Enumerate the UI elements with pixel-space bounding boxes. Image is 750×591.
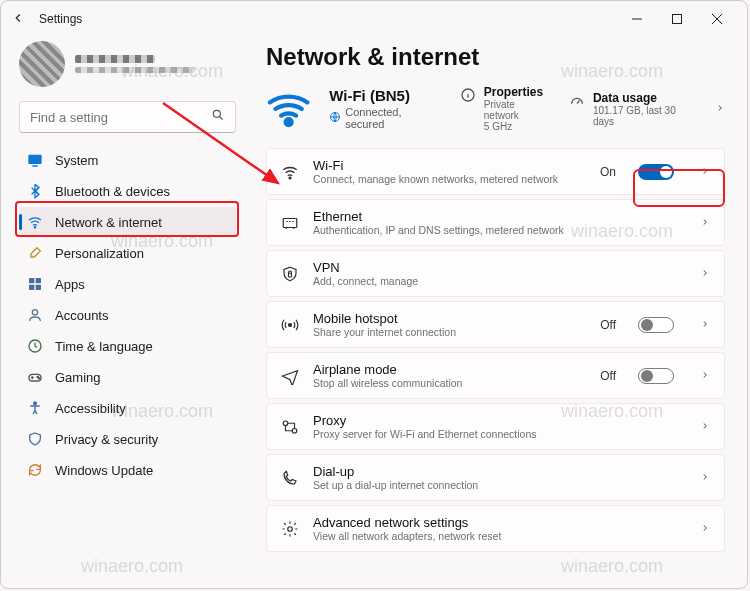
- card-hotspot[interactable]: Mobile hotspot Share your internet conne…: [266, 301, 725, 348]
- info-icon: [460, 87, 476, 103]
- sidebar-item-accessibility[interactable]: Accessibility: [19, 393, 236, 423]
- page-title: Network & internet: [266, 43, 725, 71]
- search-box[interactable]: [19, 101, 236, 133]
- card-title: Wi-Fi: [313, 158, 558, 173]
- account-name-redacted: [75, 55, 195, 73]
- dialup-icon: [281, 469, 299, 487]
- person-icon: [27, 307, 43, 323]
- toggle-state-label: Off: [600, 369, 616, 383]
- card-wifi[interactable]: Wi-Fi Connect, manage known networks, me…: [266, 148, 725, 195]
- window-title: Settings: [39, 12, 82, 26]
- chevron-right-icon: [700, 165, 710, 179]
- chevron-right-icon: [700, 420, 710, 434]
- chevron-right-icon: [700, 369, 710, 383]
- minimize-button[interactable]: [617, 5, 657, 33]
- chevron-right-icon[interactable]: [715, 102, 725, 116]
- svg-rect-5: [36, 278, 41, 283]
- connection-hero: Wi-Fi (BN5) Connected, secured Propertie…: [266, 85, 725, 132]
- shield-icon: [27, 431, 43, 447]
- card-sub: Authentication, IP and DNS settings, met…: [313, 224, 564, 236]
- sidebar-item-label: Windows Update: [55, 463, 153, 478]
- sidebar-item-apps[interactable]: Apps: [19, 269, 236, 299]
- sidebar-item-label: Bluetooth & devices: [55, 184, 170, 199]
- sidebar-item-bluetooth[interactable]: Bluetooth & devices: [19, 176, 236, 206]
- sidebar-item-network[interactable]: Network & internet: [19, 207, 236, 237]
- account-header[interactable]: [19, 41, 236, 87]
- sidebar-item-label: System: [55, 153, 98, 168]
- airplane-icon: [281, 367, 299, 385]
- settings-list: Wi-Fi Connect, manage known networks, me…: [266, 148, 725, 552]
- back-button[interactable]: [11, 11, 25, 28]
- connection-status: Connected, secured: [345, 106, 442, 130]
- card-proxy[interactable]: Proxy Proxy server for Wi-Fi and Etherne…: [266, 403, 725, 450]
- gauge-icon: [569, 93, 585, 109]
- card-ethernet[interactable]: Ethernet Authentication, IP and DNS sett…: [266, 199, 725, 246]
- main-content: Network & internet Wi-Fi (BN5) Connected…: [246, 37, 747, 588]
- svg-rect-7: [36, 285, 41, 290]
- properties-sub: Private network 5 GHz: [484, 99, 551, 132]
- sidebar-item-gaming[interactable]: Gaming: [19, 362, 236, 392]
- card-vpn[interactable]: VPN Add, connect, manage: [266, 250, 725, 297]
- data-usage-title: Data usage: [593, 91, 697, 105]
- card-sub: Set up a dial-up internet connection: [313, 479, 478, 491]
- card-title: Proxy: [313, 413, 537, 428]
- gaming-icon: [27, 369, 43, 385]
- chevron-right-icon: [700, 216, 710, 230]
- wifi-toggle[interactable]: [638, 164, 674, 180]
- card-title: Ethernet: [313, 209, 564, 224]
- data-usage-link[interactable]: Data usage 101.17 GB, last 30 days: [569, 91, 697, 127]
- ssid-label: Wi-Fi (BN5): [329, 87, 442, 104]
- card-title: Mobile hotspot: [313, 311, 456, 326]
- vpn-icon: [281, 265, 299, 283]
- airplane-toggle[interactable]: [638, 368, 674, 384]
- wifi-icon: [27, 214, 43, 230]
- maximize-button[interactable]: [657, 5, 697, 33]
- svg-rect-19: [289, 273, 292, 277]
- settings-icon: [281, 520, 299, 538]
- hotspot-icon: [281, 316, 299, 334]
- sidebar-item-privacy[interactable]: Privacy & security: [19, 424, 236, 454]
- sidebar-item-system[interactable]: System: [19, 145, 236, 175]
- card-sub: Connect, manage known networks, metered …: [313, 173, 558, 185]
- svg-rect-0: [673, 15, 682, 24]
- card-dialup[interactable]: Dial-up Set up a dial-up internet connec…: [266, 454, 725, 501]
- svg-point-12: [38, 378, 39, 379]
- sidebar-item-accounts[interactable]: Accounts: [19, 300, 236, 330]
- sidebar-item-update[interactable]: Windows Update: [19, 455, 236, 485]
- sidebar-item-label: Apps: [55, 277, 85, 292]
- sidebar-item-label: Accounts: [55, 308, 108, 323]
- card-sub: Proxy server for Wi-Fi and Ethernet conn…: [313, 428, 537, 440]
- svg-rect-4: [29, 278, 34, 283]
- close-button[interactable]: [697, 5, 737, 33]
- svg-rect-18: [283, 218, 297, 227]
- card-airplane[interactable]: Airplane mode Stop all wireless communic…: [266, 352, 725, 399]
- svg-point-1: [213, 110, 220, 117]
- sidebar-item-label: Time & language: [55, 339, 153, 354]
- search-icon: [211, 108, 225, 126]
- sidebar-item-label: Privacy & security: [55, 432, 158, 447]
- titlebar: Settings: [1, 1, 747, 37]
- card-sub: Stop all wireless communication: [313, 377, 462, 389]
- nav-list: System Bluetooth & devices Network & int…: [19, 145, 236, 485]
- sidebar-item-time[interactable]: Time & language: [19, 331, 236, 361]
- settings-window: Settings: [0, 0, 748, 589]
- hotspot-toggle[interactable]: [638, 317, 674, 333]
- properties-title: Properties: [484, 85, 551, 99]
- toggle-state-label: Off: [600, 318, 616, 332]
- card-sub: Share your internet connection: [313, 326, 456, 338]
- grid-icon: [27, 276, 43, 292]
- svg-point-22: [292, 428, 297, 433]
- sidebar-item-label: Personalization: [55, 246, 144, 261]
- sidebar-item-label: Network & internet: [55, 215, 162, 230]
- chevron-right-icon: [700, 522, 710, 536]
- card-title: Dial-up: [313, 464, 478, 479]
- accessibility-icon: [27, 400, 43, 416]
- search-input[interactable]: [30, 110, 211, 125]
- card-sub: View all network adapters, network reset: [313, 530, 501, 542]
- sidebar-item-label: Accessibility: [55, 401, 126, 416]
- svg-point-23: [288, 526, 293, 531]
- properties-link[interactable]: Properties Private network 5 GHz: [460, 85, 551, 132]
- globe-icon: [329, 111, 341, 125]
- card-advanced[interactable]: Advanced network settings View all netwo…: [266, 505, 725, 552]
- sidebar-item-personalization[interactable]: Personalization: [19, 238, 236, 268]
